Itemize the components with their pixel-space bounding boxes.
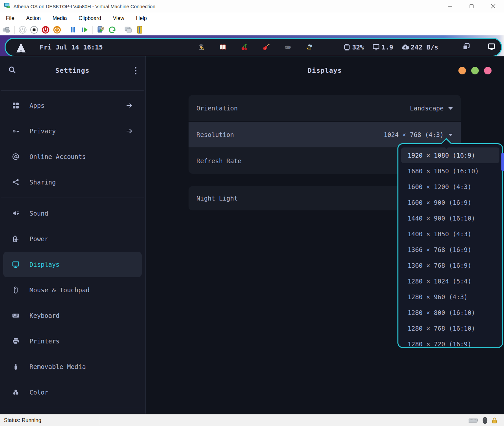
vm-window-titlebar: Athena OS on DESKTOP-LV4580H - Virtual M… — [0, 0, 504, 12]
sidebar-divider — [1, 198, 144, 198]
search-button[interactable] — [8, 66, 16, 75]
menu-file[interactable]: File — [6, 15, 14, 21]
resolution-option[interactable]: 1680 × 1050 (16:10) — [401, 163, 499, 179]
keyboard-icon — [12, 312, 20, 320]
clock[interactable]: Fri Jul 14 16:15 — [40, 43, 103, 51]
checkpoint-button[interactable] — [96, 25, 105, 34]
chevron-down-icon — [448, 134, 453, 136]
turn-off-button[interactable] — [30, 25, 39, 34]
sidebar-item-sound[interactable]: Sound — [3, 201, 142, 226]
memory-monitor-icon — [372, 43, 380, 51]
page-title: Displays — [308, 67, 342, 74]
kebab-menu-icon[interactable] — [135, 67, 136, 68]
menu-view[interactable]: View — [113, 15, 124, 21]
sidebar-item-printers[interactable]: Printers — [3, 328, 142, 354]
resolution-option[interactable]: 1920 × 1080 (16:9) — [401, 147, 499, 163]
memory-stat[interactable]: 1.9 — [372, 43, 393, 51]
sidebar-item-apps[interactable]: Apps — [3, 93, 142, 118]
maximize-button[interactable] — [461, 0, 482, 12]
save-state-button[interactable] — [52, 25, 62, 34]
toolbar-separator — [92, 26, 93, 34]
resolution-option[interactable]: 1366 × 768 (16:9) — [401, 242, 499, 258]
minimize-button[interactable] — [439, 0, 461, 12]
enhanced-session-button[interactable] — [124, 25, 133, 34]
apps-grid-icon — [12, 102, 20, 109]
vm-window-title: Athena OS on DESKTOP-LV4580H - Virtual M… — [13, 4, 155, 9]
search-icon — [8, 66, 16, 74]
minimize-icon — [448, 6, 452, 7]
chevron-down-icon — [448, 107, 453, 110]
sidebar-item-online-accounts[interactable]: Online Accounts — [3, 144, 142, 169]
open-book-icon[interactable] — [219, 44, 227, 51]
resolution-option[interactable]: 1280 × 960 (4:3) — [401, 289, 499, 305]
close-dot-button[interactable] — [484, 67, 492, 74]
vm-status-bar: Status: Running — [0, 414, 504, 426]
sidebar-item-privacy[interactable]: Privacy — [3, 118, 142, 144]
ctrl-alt-del-button[interactable] — [2, 25, 11, 34]
network-stat[interactable]: 242 B/s — [401, 43, 438, 51]
resolution-option[interactable]: 1280 × 768 (16:10) — [401, 320, 499, 336]
sidebar-item-removable-media[interactable]: Removable Media — [3, 354, 142, 379]
sidebar-item-label: Color — [30, 389, 48, 396]
detective-icon[interactable] — [197, 44, 205, 51]
sidebar-item-power[interactable]: Power — [3, 226, 142, 252]
cpu-stat[interactable]: 32% — [343, 43, 364, 51]
key-icon — [12, 127, 20, 135]
display-indicator-button[interactable] — [487, 42, 496, 52]
resolution-option[interactable]: 1280 × 720 (16:9) — [401, 336, 499, 348]
revert-button[interactable] — [108, 25, 117, 34]
resolution-option[interactable]: 1280 × 800 (16:10) — [401, 305, 499, 320]
resolution-option[interactable]: 1600 × 1200 (4:3) — [401, 179, 499, 195]
printer-icon — [12, 337, 20, 345]
start-button[interactable] — [18, 25, 27, 34]
menu-media[interactable]: Media — [52, 15, 67, 21]
bee-icon[interactable] — [306, 44, 313, 51]
cherries-icon[interactable] — [241, 44, 248, 51]
status-text: Status: Running — [4, 417, 100, 423]
maximize-dot-button[interactable] — [471, 67, 479, 74]
resolution-option[interactable]: 1360 × 768 (16:9) — [401, 258, 499, 273]
resolution-option[interactable]: 1440 × 900 (16:10) — [401, 210, 499, 226]
game-controller-icon[interactable] — [284, 44, 292, 51]
sidebar-item-label: Keyboard — [30, 312, 60, 319]
sidebar-item-keyboard[interactable]: Keyboard — [3, 303, 142, 328]
pause-button[interactable] — [69, 25, 78, 34]
resolution-option[interactable]: 1600 × 900 (16:9) — [401, 195, 499, 210]
sidebar-header: Settings — [0, 56, 145, 85]
sidebar-item-displays[interactable]: Displays — [3, 252, 142, 277]
workspaces-button[interactable] — [462, 42, 471, 52]
sidebar-item-color[interactable]: Color — [3, 379, 142, 405]
resolution-option[interactable]: 1280 × 1024 (5:4) — [401, 273, 499, 289]
orientation-row[interactable]: Orientation Landscape — [189, 95, 461, 121]
menu-clipboard[interactable]: Clipboard — [79, 15, 101, 21]
statusbar-icons — [469, 417, 497, 424]
minimize-dot-button[interactable] — [458, 67, 466, 74]
chevron-right-icon — [125, 127, 133, 135]
share-icon — [135, 26, 144, 34]
main-header: Displays — [146, 56, 504, 85]
shut-down-icon — [41, 26, 50, 34]
sidebar-item-label: Removable Media — [30, 363, 86, 370]
share-nodes-icon — [12, 178, 20, 186]
sidebar-divider — [1, 408, 144, 408]
start-icon — [18, 26, 27, 34]
share-button[interactable] — [135, 25, 144, 34]
guitar-icon[interactable] — [262, 44, 270, 51]
vm-toolbar — [0, 24, 504, 35]
menu-action[interactable]: Action — [26, 15, 41, 21]
close-button[interactable] — [482, 0, 504, 12]
close-icon — [491, 4, 495, 9]
sidebar-item-mouse-touchpad[interactable]: Mouse & Touchpad — [3, 277, 142, 303]
network-value: 242 B/s — [411, 43, 438, 51]
athena-logo-icon[interactable] — [15, 42, 27, 55]
shut-down-button[interactable] — [41, 25, 50, 34]
sidebar-item-label: Privacy — [30, 127, 56, 135]
sidebar-item-sharing[interactable]: Sharing — [3, 169, 142, 195]
menu-help[interactable]: Help — [136, 15, 147, 21]
resume-button[interactable] — [80, 25, 89, 34]
sidebar-item-label: Apps — [30, 102, 45, 109]
turn-off-icon — [30, 26, 38, 34]
resolution-option[interactable]: 1400 × 1050 (4:3) — [401, 226, 499, 242]
scrollbar-thumb[interactable] — [501, 153, 504, 171]
orientation-value: Landscape — [410, 105, 444, 112]
